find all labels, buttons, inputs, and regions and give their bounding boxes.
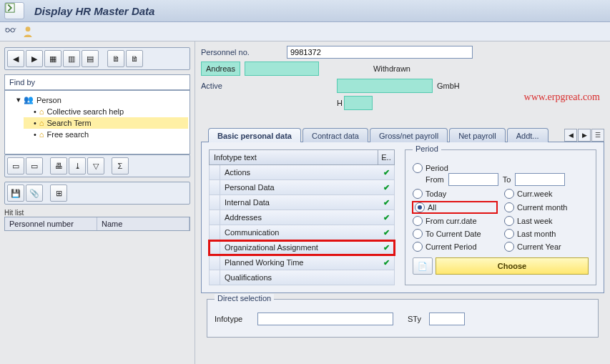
- sty-label: STy: [408, 315, 429, 323]
- grid3-icon[interactable]: ▤: [82, 50, 99, 67]
- detail-icon[interactable]: ▭: [7, 157, 24, 174]
- infotype-row[interactable]: Communication✔: [209, 225, 395, 240]
- infotype-row[interactable]: Organizational Assignment✔: [209, 240, 395, 255]
- grid2-icon[interactable]: ▥: [63, 50, 80, 67]
- finder-toolbar: ◀ ▶ ▦ ▥ ▤ 🗎 🗎: [4, 47, 190, 70]
- line3-chip: [344, 96, 373, 110]
- tab-addt[interactable]: Addt...: [507, 128, 548, 142]
- infotype-row[interactable]: Actions✔: [209, 165, 395, 180]
- clip-icon[interactable]: 📎: [26, 185, 43, 202]
- radio-fromcurr[interactable]: From curr.date: [413, 216, 497, 226]
- choose-helper-icon[interactable]: 📄: [413, 257, 433, 275]
- check-icon: ✔: [378, 198, 394, 207]
- tab-list-icon[interactable]: ☰: [591, 129, 604, 142]
- company-suffix: GmbH: [437, 82, 460, 90]
- tree-root[interactable]: ▾👥Person: [6, 94, 188, 106]
- infotype-row[interactable]: Qualifications: [209, 270, 395, 285]
- from-label: From: [425, 175, 444, 184]
- tab-gross-net-payroll[interactable]: Gross/net payroll: [370, 128, 448, 142]
- check-icon: ✔: [378, 168, 394, 177]
- glasses-icon[interactable]: [4, 25, 17, 38]
- radio-currweek[interactable]: Curr.week: [504, 189, 589, 199]
- list-toolbar-2: 💾 📎 ⊞: [4, 182, 190, 205]
- to-label: To: [503, 175, 511, 184]
- tab-scroll-right-icon[interactable]: ▶: [578, 129, 591, 142]
- infotype-row[interactable]: Planned Working Time✔: [209, 255, 395, 270]
- save-icon[interactable]: 💾: [7, 185, 24, 202]
- sty-input[interactable]: [429, 313, 465, 325]
- infotype-row[interactable]: Internal Data✔: [209, 195, 395, 210]
- personnel-no-input[interactable]: [287, 46, 473, 59]
- choose-button[interactable]: Choose: [436, 257, 589, 275]
- export-icon[interactable]: ⤓: [69, 157, 86, 174]
- active-label: Active: [201, 82, 287, 90]
- radio-tocurrdate[interactable]: To Current Date: [413, 229, 497, 239]
- line3-prefix: H: [337, 99, 343, 107]
- col-personnel-number[interactable]: Personnel number: [5, 217, 97, 230]
- print-icon[interactable]: 🖶: [50, 157, 67, 174]
- watermark: www.erpgreat.com: [524, 92, 600, 103]
- svg-point-3: [26, 26, 31, 31]
- check-icon: ✔: [378, 213, 394, 222]
- infotype-row[interactable]: Personal Data✔: [209, 180, 395, 195]
- prev-icon[interactable]: ◀: [7, 50, 24, 67]
- col-name[interactable]: Name: [97, 217, 190, 230]
- infotype-input[interactable]: [257, 313, 393, 325]
- radio-lastmonth[interactable]: Last month: [504, 229, 589, 239]
- radio-all[interactable]: All: [413, 202, 497, 213]
- svg-rect-0: [6, 4, 14, 12]
- next-icon[interactable]: ▶: [26, 50, 43, 67]
- radio-lastweek[interactable]: Last week: [504, 216, 589, 226]
- company-chip: [337, 79, 433, 93]
- person-name-extra: [245, 62, 319, 76]
- infotype-label: Infotype: [215, 315, 257, 323]
- tab-net-payroll[interactable]: Net payroll: [449, 128, 506, 142]
- person-name: Andreas: [201, 62, 240, 76]
- person-status: Withdrawn: [373, 64, 410, 73]
- radio-currmonth[interactable]: Current month: [504, 202, 589, 213]
- hitlist-header: Personnel number Name: [4, 217, 190, 231]
- direct-legend: Direct selection: [215, 294, 274, 302]
- layout-icon[interactable]: ⊞: [50, 185, 67, 202]
- findby-label: Find by: [4, 74, 190, 90]
- radio-currperiod[interactable]: Current Period: [413, 242, 497, 252]
- personnel-no-label: Personnel no.: [201, 48, 287, 56]
- grid1-icon[interactable]: ▦: [44, 50, 62, 67]
- radio-period[interactable]: Period: [413, 163, 589, 173]
- tree-item-freesearch[interactable]: •⌂Free search: [24, 129, 188, 140]
- infotype-row[interactable]: Addresses✔: [209, 210, 395, 225]
- check-icon: ✔: [378, 183, 394, 192]
- menu-button[interactable]: [4, 2, 24, 19]
- list-toolbar-1: ▭ ▭ 🖶 ⤓ ▽ Σ: [4, 154, 190, 177]
- check-icon: ✔: [378, 258, 394, 267]
- person-group-icon: 👥: [24, 95, 34, 104]
- page-title: Display HR Master Data: [34, 5, 154, 17]
- tabstrip: Basic personal data Contract data Gross/…: [201, 123, 604, 142]
- tree-item-collective[interactable]: •⌂Collective search help: [24, 106, 188, 117]
- filter-icon[interactable]: ▽: [87, 157, 104, 174]
- to-input[interactable]: [515, 173, 565, 186]
- check-icon: ✔: [378, 243, 394, 252]
- from-input[interactable]: [448, 173, 498, 186]
- sum-icon[interactable]: Σ: [112, 157, 129, 174]
- svg-point-2: [11, 28, 14, 31]
- period-legend: Period: [413, 144, 441, 153]
- person-tree: ▾👥Person •⌂Collective search help •⌂Sear…: [4, 90, 190, 154]
- hitlist-label: Hit list: [4, 209, 190, 217]
- doc2-icon[interactable]: 🗎: [126, 50, 143, 67]
- radio-today[interactable]: Today: [413, 189, 497, 199]
- infotype-header[interactable]: Infotype text: [210, 150, 378, 164]
- person-icon[interactable]: [21, 25, 34, 38]
- check-icon: ✔: [378, 228, 394, 237]
- tab-basic-personal-data[interactable]: Basic personal data: [208, 128, 301, 142]
- radio-curryear[interactable]: Current Year: [504, 242, 589, 252]
- tab-scroll-left-icon[interactable]: ◀: [564, 129, 577, 142]
- tree-item-searchterm[interactable]: •⌂Search Term: [24, 117, 188, 129]
- doc-icon[interactable]: 🗎: [107, 50, 124, 67]
- infotype-col2[interactable]: E..: [378, 150, 394, 164]
- tab-contract-data[interactable]: Contract data: [302, 128, 368, 142]
- detail2-icon[interactable]: ▭: [26, 157, 43, 174]
